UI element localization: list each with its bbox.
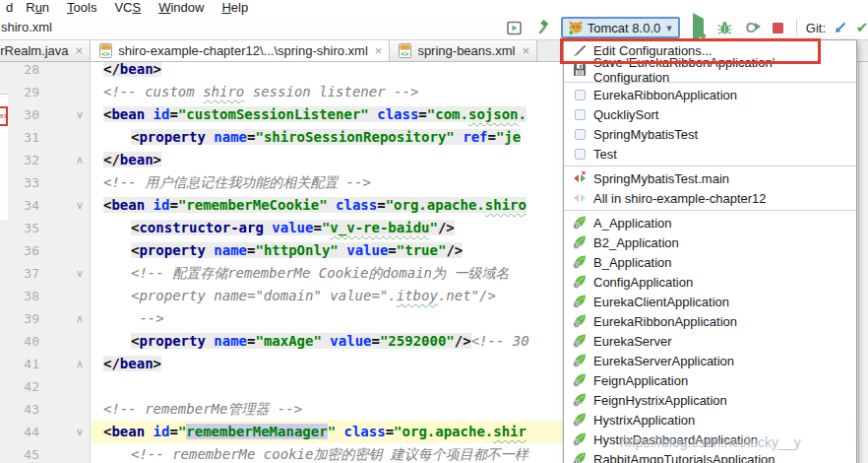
fold-marker-icon[interactable]: ∨ bbox=[71, 421, 89, 443]
tab-close-icon[interactable]: × bbox=[522, 43, 529, 58]
menu-item-springmybatistest[interactable]: SpringMybatisTest bbox=[564, 124, 856, 144]
menu-item-b-application[interactable]: B_Application bbox=[564, 252, 856, 272]
junit-run-icon bbox=[583, 171, 586, 174]
fold-marker-icon[interactable]: ∧ bbox=[71, 307, 89, 330]
menu-item-eurekaclientapplication[interactable]: EurekaClientApplication bbox=[564, 292, 856, 311]
menu-item-a-application[interactable]: A_Application bbox=[564, 213, 856, 232]
menu-item-feignapplication[interactable]: FeignApplication bbox=[564, 370, 856, 390]
menu-item-label: EurekaRibbonApplication bbox=[593, 88, 737, 102]
background-window-fragment: ex bbox=[0, 94, 8, 220]
code-fragment: </bean> bbox=[103, 152, 161, 167]
git-commit-button[interactable]: ✔ bbox=[851, 17, 868, 38]
menu-item-eurekaribbonapplication[interactable]: EurekaRibbonApplication bbox=[564, 311, 856, 331]
xml-file-icon: <> bbox=[97, 43, 113, 59]
fold-marker-icon[interactable]: ∧ bbox=[71, 149, 89, 171]
tab-close-icon[interactable]: × bbox=[375, 43, 383, 58]
junit-run-faded-icon bbox=[581, 194, 586, 202]
code-text: <!-- 配置存储rememberMe Cookie的domain为 一级域名 bbox=[103, 262, 509, 285]
pencil-icon bbox=[573, 43, 587, 57]
xml-file-icon bbox=[400, 45, 409, 50]
menu-item-eurekaribbonapplication[interactable]: EurekaRibbonApplication bbox=[564, 85, 856, 104]
menu-item-springmybatistest-main[interactable]: SpringMybatisTest.main bbox=[564, 168, 856, 188]
spring-boot-icon bbox=[572, 234, 588, 250]
junit-run-faded-icon bbox=[574, 194, 579, 202]
save-icon bbox=[573, 63, 587, 77]
spring-boot-icon bbox=[572, 392, 588, 408]
spring-boot-icon bbox=[572, 353, 588, 368]
menu-item-configapplication[interactable]: ConfigApplication bbox=[564, 272, 856, 292]
menubar-item-d[interactable]: d bbox=[0, 0, 17, 16]
menu-item-label: A_Application bbox=[593, 216, 672, 231]
spring-boot-icon bbox=[572, 254, 588, 270]
xml-file-icon: <> bbox=[98, 43, 113, 58]
menu-item-test[interactable]: Test bbox=[564, 144, 856, 164]
run-configurations-popup: Edit Configurations...Save 'EurekaRibbon… bbox=[563, 39, 857, 463]
run-with-coverage-button[interactable]: C bbox=[740, 17, 762, 38]
menu-item-hystrixapplication[interactable]: HystrixApplication bbox=[564, 410, 856, 430]
menu-item-hystrixdashboardapplication[interactable]: HystrixDashboardApplication bbox=[564, 430, 856, 449]
run-button[interactable] bbox=[688, 17, 710, 38]
menu-bar: dRunToolsVCSWindowHelp bbox=[0, 0, 868, 16]
menu-item-eurekaserver[interactable]: EurekaServer bbox=[564, 331, 856, 351]
menu-item-label: HystrixDashboardApplication bbox=[593, 432, 758, 447]
editor-scrollbar[interactable] bbox=[858, 62, 868, 463]
code-text: <!-- rememberMe cookie加密的密钥 建议每个项目都不一样 bbox=[103, 443, 536, 463]
spring-boot-icon bbox=[572, 392, 588, 408]
tab-errealm-java[interactable]: erRealm.java× bbox=[0, 40, 91, 61]
menu-item-quckliysort[interactable]: QuckliySort bbox=[564, 104, 856, 124]
line-number: 36 bbox=[0, 239, 39, 262]
run-configuration-selector[interactable]: Tomcat 8.0.0 ▾ bbox=[561, 17, 680, 38]
menubar-item-help[interactable]: Help bbox=[213, 0, 257, 16]
tab-close-icon[interactable]: × bbox=[76, 43, 84, 58]
line-number: 43 bbox=[0, 398, 39, 421]
spring-boot-icon bbox=[572, 254, 588, 270]
fold-marker-icon[interactable]: ∧ bbox=[71, 353, 89, 375]
menubar-item-run[interactable]: Run bbox=[17, 0, 58, 16]
tab-label: spring-beans.xml bbox=[417, 43, 515, 58]
menu-item-label: QuckliySort bbox=[593, 107, 658, 122]
spring-boot-icon bbox=[572, 274, 588, 290]
save-icon bbox=[576, 71, 584, 76]
menu-item-label: B2_Application bbox=[593, 235, 679, 250]
code-text: <!-- custom shiro session listener --> bbox=[103, 81, 418, 103]
spring-boot-icon bbox=[572, 412, 588, 428]
xml-file-icon bbox=[100, 45, 110, 50]
save-icon bbox=[572, 62, 588, 78]
menu-item-b2-application[interactable]: B2_Application bbox=[564, 232, 856, 252]
build-hammer-icon bbox=[534, 20, 550, 35]
menubar-item-tools[interactable]: Tools bbox=[58, 0, 105, 16]
menu-item-rabbitamqptutorialsapplication[interactable]: RabbitAmqpTutorialsApplication bbox=[564, 449, 856, 463]
show-run-window-button[interactable] bbox=[504, 17, 526, 38]
fold-marker-icon[interactable]: ∨ bbox=[71, 262, 89, 285]
menu-item-feignhystrixapplication[interactable]: FeignHystrixApplication bbox=[564, 390, 856, 410]
breadcrumb[interactable]: shiro.xml bbox=[1, 20, 52, 34]
menu-item-save-eurekaribbonapplication-configuration[interactable]: Save 'EurekaRibbonApplication' Configura… bbox=[564, 60, 856, 80]
build-project-button[interactable] bbox=[531, 17, 553, 38]
menu-item-label: Test bbox=[593, 147, 617, 162]
stop-button[interactable] bbox=[768, 17, 789, 38]
git-update-button[interactable] bbox=[830, 17, 851, 38]
line-number: 38 bbox=[0, 285, 39, 307]
code-fragment: <bean id="rememberMeCookie" class="org.a… bbox=[103, 197, 527, 213]
chevron-down-icon: ▾ bbox=[666, 22, 672, 34]
code-fragment: <bean id="customSessionListener" class="… bbox=[103, 106, 527, 122]
fold-marker-icon[interactable]: ∨ bbox=[71, 194, 89, 217]
menubar-item-vcs[interactable]: VCS bbox=[105, 0, 150, 16]
code-text: <bean id="rememberMeCookie" class="org.a… bbox=[103, 194, 527, 217]
xml-file-icon: <> bbox=[401, 50, 408, 58]
code-text: <property name="httpOnly" value="true"/> bbox=[103, 239, 463, 262]
temp-config-icon bbox=[572, 106, 588, 122]
spring-boot-icon bbox=[572, 333, 588, 349]
menu-item-eurekaserverapplication[interactable]: EurekaServerApplication bbox=[564, 351, 856, 370]
tab-spring-beans-xml[interactable]: <>spring-beans.xml× bbox=[390, 40, 537, 61]
spring-boot-icon bbox=[572, 313, 588, 329]
menubar-item-window[interactable]: Window bbox=[150, 0, 213, 16]
spring-boot-icon bbox=[572, 372, 588, 388]
temp-config-icon bbox=[572, 87, 588, 102]
tab-shiro-example-chapter12-spring-shiro-xml[interactable]: <>shiro-example-chapter12\...\spring-shi… bbox=[91, 40, 390, 61]
save-icon bbox=[580, 65, 582, 68]
menu-item-all-in-shiro-example-chapter12[interactable]: All in shiro-example-chapter12 bbox=[564, 188, 856, 208]
debug-button[interactable] bbox=[714, 17, 736, 38]
spring-boot-icon bbox=[572, 333, 588, 349]
fold-marker-icon[interactable]: ∨ bbox=[71, 103, 89, 126]
